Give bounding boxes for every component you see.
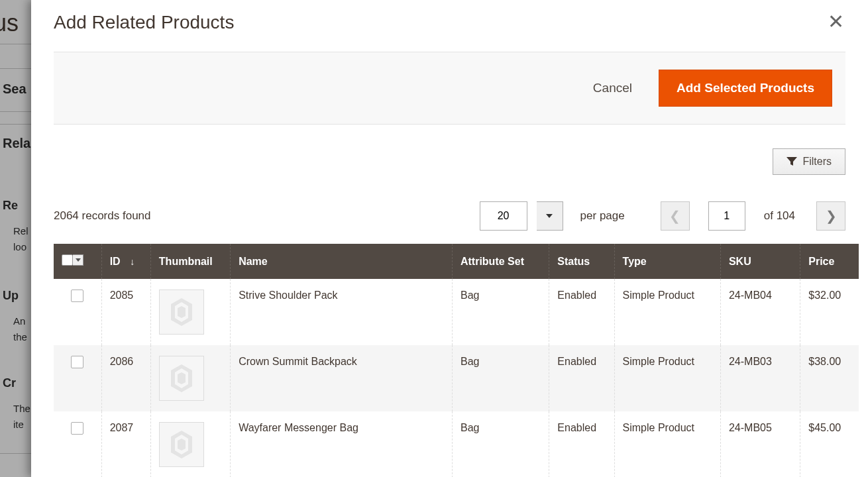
col-header-price[interactable]: Price xyxy=(800,244,859,279)
sort-arrow-down-icon: ↓ xyxy=(130,256,135,267)
cell-id: 2085 xyxy=(101,279,150,345)
chevron-left-icon: ❮ xyxy=(669,208,680,224)
select-all-checkbox[interactable] xyxy=(62,254,73,266)
col-header-select[interactable] xyxy=(54,244,101,279)
table-row[interactable]: 2087 Wayfarer Messenger Bag Bag Enabled … xyxy=(54,411,859,477)
modal-title: Add Related Products xyxy=(54,12,234,33)
page-total-label: of 104 xyxy=(764,209,795,223)
page-number-input[interactable] xyxy=(708,201,745,231)
close-icon[interactable]: ✕ xyxy=(826,12,845,32)
thumbnail-placeholder xyxy=(159,290,204,335)
chevron-right-icon: ❯ xyxy=(826,208,837,224)
cell-thumbnail xyxy=(150,411,230,477)
col-header-type[interactable]: Type xyxy=(614,244,720,279)
products-grid: ID ↓ Thumbnail Name Attribute Set Status… xyxy=(54,244,859,477)
cell-name: Crown Summit Backpack xyxy=(231,345,453,411)
table-row[interactable]: 2086 Crown Summit Backpack Bag Enabled S… xyxy=(54,345,859,411)
cell-type: Simple Product xyxy=(614,411,720,477)
col-header-thumbnail[interactable]: Thumbnail xyxy=(150,244,230,279)
thumbnail-placeholder xyxy=(159,422,204,467)
cell-status: Enabled xyxy=(549,279,614,345)
row-checkbox[interactable] xyxy=(71,422,83,435)
cell-price: $45.00 xyxy=(800,411,859,477)
cell-sku: 24-MB05 xyxy=(720,411,800,477)
cell-price: $38.00 xyxy=(800,345,859,411)
per-page-input[interactable] xyxy=(480,201,527,231)
cell-status: Enabled xyxy=(549,345,614,411)
col-header-id-label: ID xyxy=(110,256,121,267)
col-header-id[interactable]: ID ↓ xyxy=(101,244,150,279)
filters-button-label: Filters xyxy=(802,156,832,168)
cell-sku: 24-MB03 xyxy=(720,345,800,411)
filters-button[interactable]: Filters xyxy=(773,148,845,175)
caret-down-icon xyxy=(76,258,81,262)
per-page-dropdown-toggle[interactable] xyxy=(537,201,563,231)
cell-id: 2087 xyxy=(101,411,150,477)
magento-logo-icon xyxy=(168,297,195,327)
next-page-button[interactable]: ❯ xyxy=(816,201,845,231)
row-checkbox[interactable] xyxy=(71,356,83,368)
caret-down-icon xyxy=(546,214,553,218)
col-header-name[interactable]: Name xyxy=(231,244,453,279)
cell-attribute-set: Bag xyxy=(452,411,549,477)
cell-name: Wayfarer Messenger Bag xyxy=(231,411,453,477)
thumbnail-placeholder xyxy=(159,356,204,401)
col-header-sku[interactable]: SKU xyxy=(720,244,800,279)
cell-thumbnail xyxy=(150,279,230,345)
cell-price: $32.00 xyxy=(800,279,859,345)
cell-sku: 24-MB04 xyxy=(720,279,800,345)
cancel-button[interactable]: Cancel xyxy=(593,81,632,95)
cell-thumbnail xyxy=(150,345,230,411)
funnel-icon xyxy=(787,157,797,166)
magento-logo-icon xyxy=(168,363,195,394)
cell-id: 2086 xyxy=(101,345,150,411)
table-row[interactable]: 2085 Strive Shoulder Pack Bag Enabled Si… xyxy=(54,279,859,345)
cell-attribute-set: Bag xyxy=(452,345,549,411)
select-all-dropdown[interactable] xyxy=(73,254,83,266)
add-related-products-modal: Add Related Products ✕ Cancel Add Select… xyxy=(31,0,868,477)
magento-logo-icon xyxy=(168,429,195,460)
col-header-attribute-set[interactable]: Attribute Set xyxy=(452,244,549,279)
prev-page-button[interactable]: ❮ xyxy=(661,201,690,231)
cell-type: Simple Product xyxy=(614,279,720,345)
col-header-status[interactable]: Status xyxy=(549,244,614,279)
modal-action-bar: Cancel Add Selected Products xyxy=(54,52,845,125)
cell-type: Simple Product xyxy=(614,345,720,411)
per-page-label: per page xyxy=(580,209,625,223)
add-selected-products-button[interactable]: Add Selected Products xyxy=(659,70,832,107)
records-found-label: 2064 records found xyxy=(54,209,480,223)
cell-attribute-set: Bag xyxy=(452,279,549,345)
row-checkbox[interactable] xyxy=(71,290,83,302)
cell-name: Strive Shoulder Pack xyxy=(231,279,453,345)
cell-status: Enabled xyxy=(549,411,614,477)
